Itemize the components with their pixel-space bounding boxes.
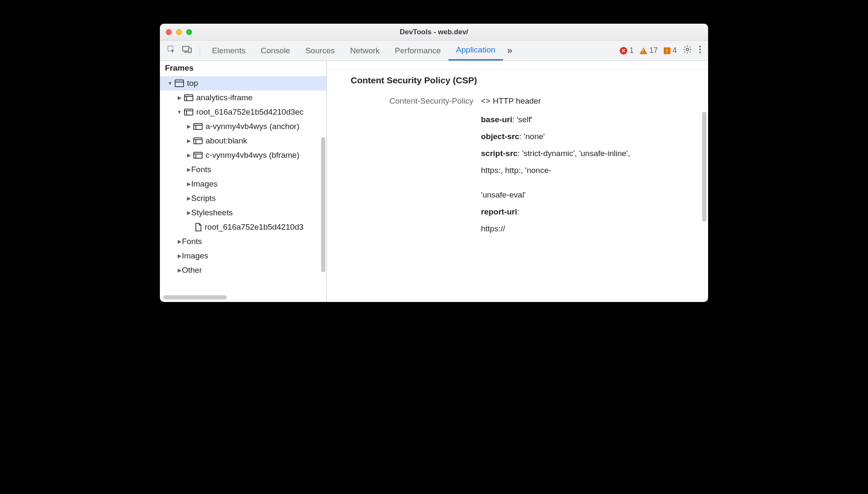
info-count: 4 bbox=[673, 46, 677, 55]
titlebar: DevTools - web.dev/ bbox=[160, 24, 708, 41]
tree-item-root-frame[interactable]: root_616a752e1b5d4210d3ec bbox=[160, 105, 326, 119]
tab-sources[interactable]: Sources bbox=[298, 41, 343, 60]
svg-rect-8 bbox=[175, 80, 184, 87]
tree-label: a-vynmy4vb4wys (anchor) bbox=[206, 122, 299, 131]
disclosure-triangle-icon[interactable] bbox=[177, 253, 182, 259]
svg-rect-22 bbox=[194, 152, 202, 158]
tree-label: Images bbox=[182, 251, 208, 261]
iframe-icon bbox=[184, 94, 194, 102]
tree-folder[interactable]: Images bbox=[160, 249, 326, 263]
tree-folder[interactable]: Other bbox=[160, 263, 326, 277]
tree-label: about:blank bbox=[206, 136, 247, 145]
tab-network[interactable]: Network bbox=[343, 41, 387, 60]
csp-directive: https:, http:, 'nonce- bbox=[481, 166, 708, 175]
frames-tree: top analytics-iframe root_616a752e1b5d42… bbox=[160, 76, 326, 277]
main-scrollbar[interactable] bbox=[702, 112, 706, 222]
tree-folder[interactable]: Scripts bbox=[160, 191, 326, 206]
iframe-icon bbox=[193, 137, 203, 145]
tab-elements[interactable]: Elements bbox=[204, 41, 253, 60]
content-area: Frames top analytics-iframe bbox=[160, 61, 708, 302]
sidebar-scrollbar[interactable] bbox=[321, 137, 325, 272]
tab-performance[interactable]: Performance bbox=[387, 41, 448, 60]
svg-point-7 bbox=[699, 52, 701, 53]
warning-counter[interactable]: 17 bbox=[640, 46, 658, 55]
more-tabs-button[interactable]: » bbox=[503, 41, 516, 60]
tree-folder[interactable]: Stylesheets bbox=[160, 206, 326, 220]
disclosure-triangle-icon[interactable] bbox=[186, 124, 191, 129]
error-counter[interactable]: ✕ 1 bbox=[620, 46, 634, 55]
close-window-button[interactable] bbox=[166, 29, 172, 35]
csp-directive: report-uri: bbox=[481, 207, 708, 217]
svg-rect-1 bbox=[183, 47, 189, 51]
zoom-window-button[interactable] bbox=[186, 29, 192, 35]
tree-label: Fonts bbox=[191, 165, 212, 174]
sidebar-h-scrollbar[interactable] bbox=[163, 295, 227, 299]
csp-directive: base-uri: 'self' bbox=[481, 115, 708, 124]
tree-folder[interactable]: Images bbox=[160, 177, 326, 191]
tree-label: analytics-iframe bbox=[196, 93, 253, 102]
svg-point-6 bbox=[699, 49, 701, 50]
info-counter[interactable]: ! 4 bbox=[664, 46, 677, 55]
tree-label: Scripts bbox=[191, 194, 216, 203]
devtools-toolbar: Elements Console Sources Network Perform… bbox=[160, 41, 708, 61]
disclosure-triangle-icon[interactable] bbox=[186, 195, 191, 201]
disclosure-triangle-icon[interactable] bbox=[186, 210, 191, 216]
tree-label: c-vynmy4vb4wys (bframe) bbox=[206, 151, 299, 160]
tree-folder[interactable]: Fonts bbox=[160, 162, 326, 177]
tree-folder[interactable]: Fonts bbox=[160, 234, 326, 249]
code-icon: < > bbox=[481, 97, 489, 106]
csp-directives: base-uri: 'self' object-src: 'none' scri… bbox=[481, 115, 708, 233]
csp-directive: script-src: 'strict-dynamic', 'unsafe-in… bbox=[481, 149, 708, 158]
document-icon bbox=[195, 222, 202, 232]
svg-rect-16 bbox=[194, 124, 202, 129]
frames-sidebar: Frames top analytics-iframe bbox=[160, 61, 327, 302]
csp-directive: 'unsafe-eval' bbox=[481, 190, 708, 200]
tab-console[interactable]: Console bbox=[253, 41, 298, 60]
tree-item-frame[interactable]: about:blank bbox=[160, 134, 326, 148]
disclosure-triangle-icon[interactable] bbox=[177, 95, 182, 101]
svg-point-5 bbox=[699, 46, 701, 47]
tree-item-frame[interactable]: c-vynmy4vb4wys (bframe) bbox=[160, 148, 326, 162]
csp-header-key: Content-Security-Policy bbox=[351, 96, 473, 106]
csp-directive: object-src: 'none' bbox=[481, 132, 708, 141]
tree-label: root_616a752e1b5d4210d3ec bbox=[196, 107, 304, 117]
more-options-button[interactable] bbox=[695, 45, 705, 56]
svg-rect-13 bbox=[184, 109, 193, 115]
device-toolbar-icon[interactable] bbox=[182, 45, 192, 56]
disclosure-triangle-icon[interactable] bbox=[186, 181, 191, 187]
inspect-element-icon[interactable] bbox=[167, 45, 176, 56]
disclosure-triangle-icon[interactable] bbox=[177, 109, 182, 115]
disclosure-triangle-icon[interactable] bbox=[186, 167, 191, 173]
tree-item-top[interactable]: top bbox=[160, 76, 326, 91]
tree-item-frame[interactable]: analytics-iframe bbox=[160, 91, 326, 105]
minimize-window-button[interactable] bbox=[176, 29, 182, 35]
tree-label: Images bbox=[191, 179, 217, 189]
tree-label: top bbox=[187, 79, 198, 88]
devtools-window: DevTools - web.dev/ Elements Console bbox=[160, 24, 708, 302]
issue-counters: ✕ 1 17 ! 4 bbox=[620, 46, 679, 55]
settings-button[interactable] bbox=[679, 45, 695, 56]
disclosure-triangle-icon[interactable] bbox=[168, 80, 173, 86]
window-icon bbox=[174, 79, 184, 88]
tree-label: Fonts bbox=[182, 237, 202, 246]
sidebar-section-title: Frames bbox=[160, 61, 326, 76]
csp-section: Content Security Policy (CSP) Content-Se… bbox=[327, 69, 708, 233]
csp-header-value-text: HTTP header bbox=[493, 96, 541, 106]
tree-label: root_616a752e1b5d4210d3 bbox=[205, 222, 304, 232]
tree-item-frame[interactable]: a-vynmy4vb4wys (anchor) bbox=[160, 119, 326, 134]
csp-heading: Content Security Policy (CSP) bbox=[351, 75, 708, 85]
tree-label: Other bbox=[182, 266, 202, 275]
csp-directive: https:// bbox=[481, 224, 708, 233]
disclosure-triangle-icon[interactable] bbox=[186, 152, 191, 158]
warning-count: 17 bbox=[649, 46, 658, 55]
tab-application[interactable]: Application bbox=[448, 41, 503, 60]
window-title: DevTools - web.dev/ bbox=[160, 28, 708, 36]
iframe-icon bbox=[193, 123, 203, 130]
disclosure-triangle-icon[interactable] bbox=[177, 267, 182, 273]
window-controls bbox=[166, 29, 192, 35]
tree-file[interactable]: root_616a752e1b5d4210d3 bbox=[160, 220, 326, 234]
disclosure-triangle-icon[interactable] bbox=[186, 138, 191, 144]
disclosure-triangle-icon[interactable] bbox=[177, 239, 182, 244]
svg-rect-19 bbox=[194, 138, 202, 144]
frame-detail-pane: Content Security Policy (CSP) Content-Se… bbox=[327, 61, 708, 302]
